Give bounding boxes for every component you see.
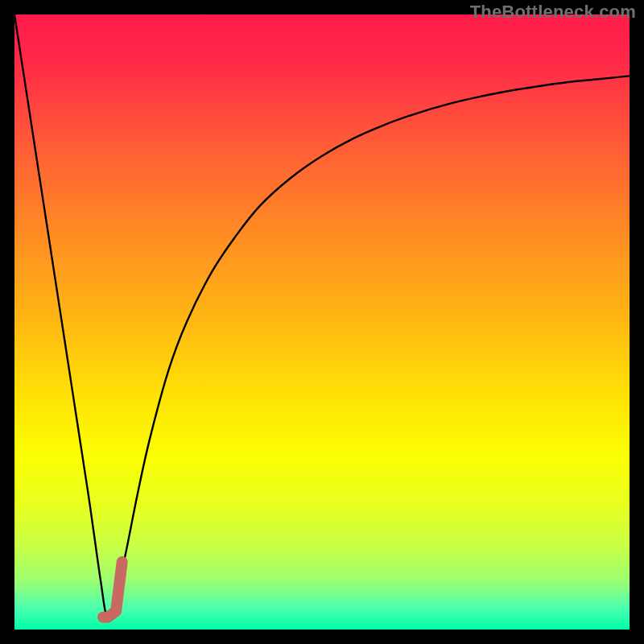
gradient-background (14, 14, 630, 630)
chart-svg (14, 14, 630, 630)
chart-frame: TheBottleneck.com (0, 0, 644, 644)
plot-area (14, 14, 630, 630)
watermark-text: TheBottleneck.com (470, 2, 636, 23)
